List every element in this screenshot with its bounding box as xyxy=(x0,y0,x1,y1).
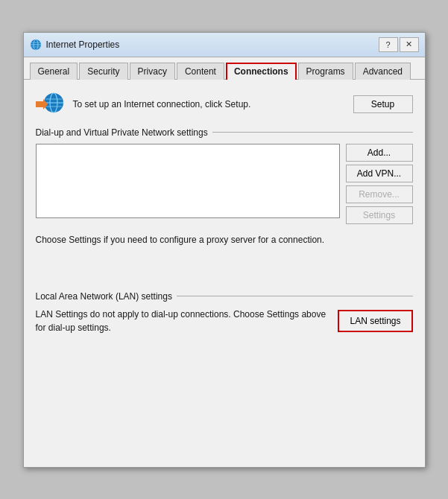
internet-properties-window: Internet Properties ? ✕ General Security… xyxy=(23,32,426,468)
add-button[interactable]: Add... xyxy=(346,144,413,162)
lan-settings-button[interactable]: LAN settings xyxy=(338,310,412,332)
window-title: Internet Properties xyxy=(46,39,120,50)
lan-section: Local Area Network (LAN) settings LAN Se… xyxy=(36,291,413,334)
vpn-area: Add... Add VPN... Remove... Settings xyxy=(36,144,413,224)
lan-section-label: Local Area Network (LAN) settings xyxy=(36,291,172,302)
lan-section-header: Local Area Network (LAN) settings xyxy=(36,291,413,302)
tab-content[interactable]: Content xyxy=(177,63,224,80)
tab-advanced[interactable]: Advanced xyxy=(355,63,411,80)
title-bar-controls: ? ✕ xyxy=(379,37,419,52)
ie-icon-container xyxy=(36,92,64,117)
tab-general[interactable]: General xyxy=(30,63,78,80)
ie-title-icon xyxy=(30,39,42,51)
lan-content: LAN Settings do not apply to dial-up con… xyxy=(36,308,413,334)
tab-connections[interactable]: Connections xyxy=(226,63,297,80)
setup-button[interactable]: Setup xyxy=(353,95,413,113)
title-bar: Internet Properties ? ✕ xyxy=(24,33,425,57)
vpn-section-header: Dial-up and Virtual Private Network sett… xyxy=(36,127,413,138)
setup-row: To set up an Internet connection, click … xyxy=(36,92,413,117)
tabs-row: General Security Privacy Content Connect… xyxy=(24,57,425,80)
tab-programs[interactable]: Programs xyxy=(298,63,353,80)
lan-divider-line xyxy=(177,296,413,296)
title-bar-left: Internet Properties xyxy=(30,39,120,51)
lan-description: LAN Settings do not apply to dial-up con… xyxy=(36,308,332,334)
vpn-section-label: Dial-up and Virtual Private Network sett… xyxy=(36,127,208,138)
help-button[interactable]: ? xyxy=(379,37,398,52)
vpn-list[interactable] xyxy=(36,144,340,218)
tab-security[interactable]: Security xyxy=(79,63,127,80)
close-button[interactable]: ✕ xyxy=(400,37,419,52)
svg-marker-10 xyxy=(36,99,48,109)
tab-content-area: To set up an Internet connection, click … xyxy=(24,80,425,467)
remove-button[interactable]: Remove... xyxy=(346,185,413,203)
add-vpn-button[interactable]: Add VPN... xyxy=(346,165,413,182)
settings-button[interactable]: Settings xyxy=(346,206,413,224)
tab-privacy[interactable]: Privacy xyxy=(130,63,175,80)
arrow-icon xyxy=(36,99,48,109)
proxy-note: Choose Settings if you need to configure… xyxy=(36,233,413,247)
setup-description: To set up an Internet connection, click … xyxy=(73,99,344,109)
vpn-button-group: Add... Add VPN... Remove... Settings xyxy=(346,144,413,224)
vpn-divider-line xyxy=(212,132,413,133)
